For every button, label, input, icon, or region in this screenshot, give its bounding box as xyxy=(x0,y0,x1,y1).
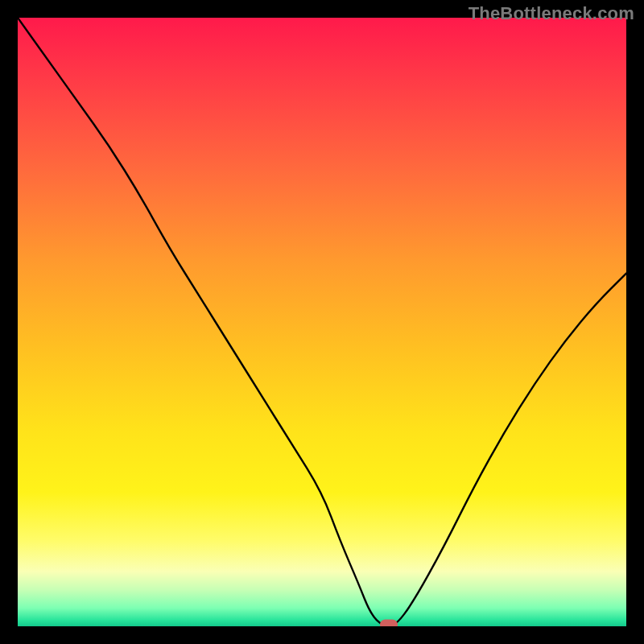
bottleneck-curve xyxy=(18,18,626,626)
optimal-marker xyxy=(380,620,398,627)
plot-area xyxy=(18,18,626,626)
watermark-text: TheBottleneck.com xyxy=(469,3,634,24)
chart-frame: TheBottleneck.com xyxy=(0,0,644,644)
